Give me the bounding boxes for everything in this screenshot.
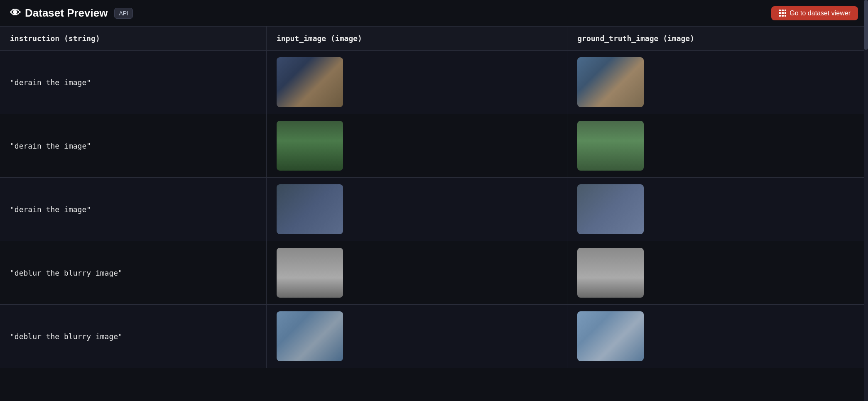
scrollbar[interactable] bbox=[864, 0, 868, 401]
ground-truth-image-3 bbox=[577, 248, 644, 298]
input-image-3 bbox=[277, 248, 343, 298]
grid-cell-2 bbox=[782, 10, 784, 12]
header-left: 👁 Dataset Preview API bbox=[10, 7, 133, 20]
column-header-instruction: instruction (string) bbox=[0, 27, 266, 51]
instruction-cell-1: "derain the image" bbox=[0, 114, 266, 178]
table-row: "derain the image" bbox=[0, 114, 868, 178]
grid-cell-4 bbox=[779, 12, 781, 14]
grid-cell-1 bbox=[779, 10, 781, 12]
viewer-button-label: Go to dataset viewer bbox=[790, 10, 851, 17]
table-row: "derain the image" bbox=[0, 51, 868, 114]
table-header-row: instruction (string) input_image (image)… bbox=[0, 27, 868, 51]
ground-truth-cell-4 bbox=[567, 305, 868, 368]
api-badge[interactable]: API bbox=[114, 8, 133, 19]
ground-truth-image-4 bbox=[577, 311, 644, 361]
grid-cell-3 bbox=[785, 10, 787, 12]
instruction-cell-0: "derain the image" bbox=[0, 51, 266, 114]
input-image-0 bbox=[277, 57, 343, 107]
title-text: Dataset Preview bbox=[25, 7, 108, 20]
input-image-2 bbox=[277, 184, 343, 234]
input-image-cell-1 bbox=[266, 114, 567, 178]
table-row: "deblur the blurry image" bbox=[0, 241, 868, 305]
instruction-cell-4: "deblur the blurry image" bbox=[0, 305, 266, 368]
column-header-input-image: input_image (image) bbox=[266, 27, 567, 51]
eye-icon: 👁 bbox=[10, 7, 21, 20]
page-title: 👁 Dataset Preview bbox=[10, 7, 108, 20]
go-to-viewer-button[interactable]: Go to dataset viewer bbox=[771, 6, 858, 20]
input-image-cell-4 bbox=[266, 305, 567, 368]
table-row: "deblur the blurry image" bbox=[0, 305, 868, 368]
grid-icon bbox=[779, 10, 786, 17]
input-image-4 bbox=[277, 311, 343, 361]
scrollbar-thumb[interactable] bbox=[864, 0, 868, 50]
ground-truth-image-2 bbox=[577, 184, 644, 234]
grid-cell-5 bbox=[782, 12, 784, 14]
dataset-table: instruction (string) input_image (image)… bbox=[0, 27, 868, 368]
input-image-cell-2 bbox=[266, 178, 567, 241]
ground-truth-image-1 bbox=[577, 121, 644, 171]
header: 👁 Dataset Preview API Go to dataset view… bbox=[0, 0, 868, 27]
column-header-ground-truth: ground_truth_image (image) bbox=[567, 27, 868, 51]
ground-truth-cell-2 bbox=[567, 178, 868, 241]
input-image-cell-0 bbox=[266, 51, 567, 114]
ground-truth-cell-0 bbox=[567, 51, 868, 114]
grid-cell-7 bbox=[779, 15, 781, 17]
grid-cell-9 bbox=[785, 15, 787, 17]
ground-truth-image-0 bbox=[577, 57, 644, 107]
input-image-cell-3 bbox=[266, 241, 567, 305]
instruction-cell-3: "deblur the blurry image" bbox=[0, 241, 266, 305]
grid-cell-6 bbox=[785, 12, 787, 14]
table-row: "derain the image" bbox=[0, 178, 868, 241]
ground-truth-cell-3 bbox=[567, 241, 868, 305]
ground-truth-cell-1 bbox=[567, 114, 868, 178]
instruction-cell-2: "derain the image" bbox=[0, 178, 266, 241]
input-image-1 bbox=[277, 121, 343, 171]
grid-cell-8 bbox=[782, 15, 784, 17]
